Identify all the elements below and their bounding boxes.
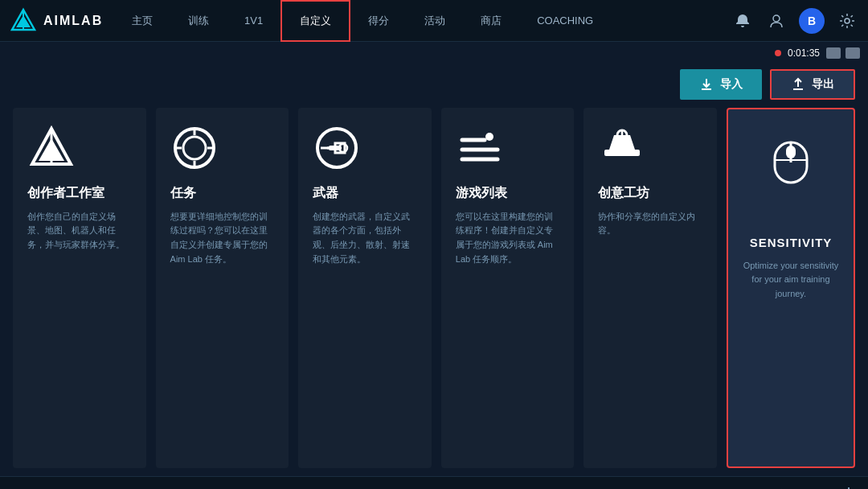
cards-area: 创作者工作室 创作您自己的自定义场景、地图、机器人和任务，并与玩家群体分享。 任…: [0, 100, 868, 476]
creator-workshop-icon: [27, 124, 76, 172]
playlist-title: 游戏列表: [456, 185, 507, 202]
card-weapons[interactable]: 武器 创建您的武器，自定义武器的各个方面，包括外观、后坐力、散射、射速和其他元素…: [298, 108, 432, 468]
card-creator-workshop[interactable]: 创作者工作室 创作您自己的自定义场景、地图、机器人和任务，并与玩家群体分享。: [13, 108, 146, 468]
logo-area: AIMLAB: [10, 7, 114, 35]
notification-icon[interactable]: [731, 10, 754, 32]
sensitivity-card[interactable]: SENSITIVITY Optimize your sensitivity fo…: [727, 108, 855, 468]
workshop-desc: 协作和分享您的自定义内容。: [598, 210, 702, 238]
avatar-button[interactable]: B: [799, 8, 825, 34]
timer-display: 0:01:35: [788, 47, 820, 59]
footer: 加入我们的 ■ DISCORD 📷 ◉ ▶ 𝕏 提交 反馈 ⚙ ⏻: [0, 476, 868, 489]
profile-icon[interactable]: [765, 10, 788, 32]
recording-dot: [775, 50, 781, 56]
sensitivity-title: SENSITIVITY: [750, 235, 833, 251]
logo-text: AIMLAB: [43, 14, 103, 28]
svg-rect-22: [604, 150, 640, 156]
playlist-desc: 您可以在这里构建您的训练程序！创建并自定义专属于您的游戏列表或 Aim Lab …: [456, 210, 560, 266]
action-row: 导入 导出: [0, 64, 868, 100]
weapons-desc: 创建您的武器，自定义武器的各个方面，包括外观、后坐力、散射、射速和其他元素。: [313, 210, 417, 266]
card-tasks[interactable]: 任务 想要更详细地控制您的训练过程吗？您可以在这里自定义并创建专属于您的 Aim…: [156, 108, 289, 468]
nav-item-score[interactable]: 得分: [350, 0, 407, 42]
weapons-title: 武器: [313, 185, 338, 202]
timer-controls: [826, 47, 860, 59]
main-nav: 主页 训练 1V1 自定义 得分 活动 商店 COACHING: [114, 0, 731, 42]
timer-bar: 0:01:35: [0, 42, 868, 64]
playlist-icon: [456, 124, 504, 172]
creator-workshop-title: 创作者工作室: [27, 185, 104, 202]
import-button[interactable]: 导入: [680, 69, 762, 100]
sensitivity-desc: Optimize your sensitivity for your aim t…: [739, 259, 842, 302]
tasks-title: 任务: [170, 185, 196, 202]
svg-point-9: [183, 137, 206, 159]
sensitivity-mouse-icon: [767, 138, 815, 187]
nav-item-coaching[interactable]: COACHING: [519, 0, 611, 42]
svg-rect-28: [786, 146, 796, 158]
card-playlist[interactable]: 游戏列表 您可以在这里构建您的训练程序！创建并自定义专属于您的游戏列表或 Aim…: [441, 108, 575, 468]
settings-icon[interactable]: [836, 10, 858, 32]
nav-right-icons: B: [731, 8, 858, 34]
timer-minimize-icon[interactable]: [826, 47, 841, 59]
export-button[interactable]: 导出: [770, 69, 855, 100]
tasks-icon: [170, 124, 219, 172]
workshop-title: 创意工坊: [598, 185, 649, 202]
nav-item-custom[interactable]: 自定义: [280, 0, 350, 42]
nav-item-train[interactable]: 训练: [170, 0, 227, 42]
import-icon: [699, 77, 714, 92]
nav-item-activity[interactable]: 活动: [407, 0, 463, 42]
weapons-icon: [313, 124, 361, 172]
tasks-desc: 想要更详细地控制您的训练过程吗？您可以在这里自定义并创建专属于您的 Aim La…: [170, 210, 275, 266]
nav-item-shop[interactable]: 商店: [463, 0, 519, 42]
nav-item-home[interactable]: 主页: [114, 0, 170, 42]
creator-workshop-desc: 创作您自己的自定义场景、地图、机器人和任务，并与玩家群体分享。: [27, 210, 132, 253]
svg-point-4: [845, 18, 850, 23]
nav-item-1v1[interactable]: 1V1: [227, 0, 280, 42]
svg-point-3: [773, 15, 780, 22]
workshop-icon: [598, 124, 646, 172]
aimlab-logo-icon: [10, 7, 37, 35]
timer-close-icon[interactable]: [845, 47, 860, 59]
export-icon: [791, 77, 805, 92]
card-workshop[interactable]: 创意工坊 协作和分享您的自定义内容。: [583, 108, 717, 468]
header: AIMLAB 主页 训练 1V1 自定义 得分 活动 商店 COACHING B: [0, 0, 868, 42]
svg-point-18: [485, 133, 493, 141]
main-content: 导入 导出 创作者工作室 创作您自己的自定义场景、地图、机器人和任务，并与玩家群…: [0, 64, 868, 476]
